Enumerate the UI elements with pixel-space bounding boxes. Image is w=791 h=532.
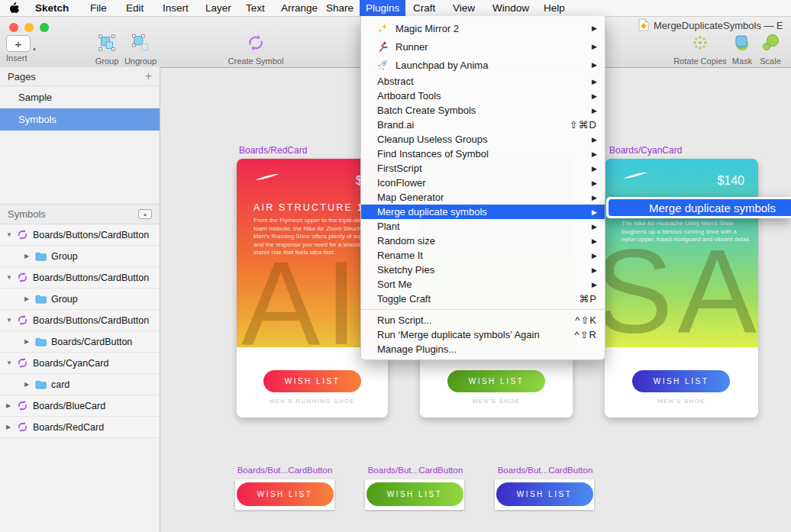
wish-list-button[interactable]: WISH LIST bbox=[263, 370, 361, 392]
submenu-arrow-icon: ▶ bbox=[592, 252, 597, 260]
menu-item-find-instances[interactable]: Find Instances of Symbol ▶ bbox=[361, 147, 605, 161]
close-window-button[interactable] bbox=[9, 23, 18, 32]
menu-item-map-generator[interactable]: Map Generator ▶ bbox=[361, 190, 605, 205]
create-symbol-button[interactable]: Create Symbol bbox=[221, 34, 290, 66]
green-card-caption: MEN'S SHOE bbox=[420, 398, 573, 405]
menu-text[interactable]: Text bbox=[246, 0, 265, 16]
artboard-label-redcard[interactable]: Boards/RedCard bbox=[239, 145, 307, 156]
menu-item-cleanup-useless-groups[interactable]: Cleanup Useless Groups ▶ bbox=[361, 132, 605, 147]
submenu-arrow-icon: ▶ bbox=[592, 24, 597, 32]
layer-row-group[interactable]: ▶ Group bbox=[0, 289, 160, 310]
layer-row-symbol[interactable]: ▶ Boards/BlueCard bbox=[0, 395, 160, 417]
menu-item-plant[interactable]: Plant ▶ bbox=[361, 219, 605, 234]
collapse-panel-icon[interactable]: ▲ bbox=[138, 209, 152, 219]
layer-row-group[interactable]: ▶ Boards/CardButton bbox=[0, 331, 160, 353]
minimize-window-button[interactable] bbox=[24, 23, 34, 32]
disclosure-closed-icon[interactable]: ▶ bbox=[6, 402, 15, 409]
menu-item-run-again[interactable]: Run ‘Merge duplicate symbols’ Again ^⇧R bbox=[361, 327, 605, 342]
artboard-label-cardbutton[interactable]: Boards/But...CardButton bbox=[362, 466, 469, 475]
layer-row-group[interactable]: ▶ card bbox=[0, 374, 160, 395]
cardbutton-artboard[interactable]: WISH LIST bbox=[495, 479, 594, 510]
wish-list-button[interactable]: WISH LIST bbox=[237, 482, 334, 506]
menu-item-launchpad[interactable]: Launchpad by Anima ▶ bbox=[361, 56, 605, 74]
menu-item-sketchy-pies[interactable]: Sketchy Pies ▶ bbox=[361, 263, 605, 277]
layer-row-symbol[interactable]: ▼ Boards/Buttons/CardButton bbox=[0, 267, 160, 289]
menu-sketch[interactable]: Sketch bbox=[35, 0, 69, 16]
submenu-arrow-icon: ▶ bbox=[592, 78, 597, 85]
disclosure-closed-icon[interactable]: ▶ bbox=[24, 338, 33, 345]
menu-item-firstscript[interactable]: FirstScript ▶ bbox=[361, 161, 605, 176]
menu-item-iconflower[interactable]: IconFlower ▶ bbox=[361, 176, 605, 190]
insert-button[interactable]: +▼ Insert bbox=[6, 35, 37, 63]
apple-icon[interactable] bbox=[9, 2, 20, 14]
menu-edit[interactable]: Edit bbox=[126, 0, 144, 16]
nike-swoosh-icon bbox=[256, 172, 280, 182]
submenu-arrow-icon: ▶ bbox=[592, 136, 597, 143]
ungroup-button[interactable]: Ungroup bbox=[121, 34, 160, 66]
wish-list-button[interactable]: WISH LIST bbox=[366, 482, 463, 506]
submenu-arrow-icon: ▶ bbox=[592, 107, 597, 114]
menu-item-merge-duplicate-symbols[interactable]: Merge duplicate symbols ▶ bbox=[361, 205, 605, 219]
menu-window[interactable]: Window bbox=[492, 0, 529, 16]
menu-item-random-size[interactable]: Random size ▶ bbox=[361, 234, 605, 248]
page-item-sample[interactable]: Sample bbox=[0, 86, 160, 108]
menu-item-abstract[interactable]: Abstract ▶ bbox=[361, 74, 605, 89]
layer-row-symbol[interactable]: ▼ Boards/Buttons/CardButton bbox=[0, 310, 160, 331]
disclosure-open-icon[interactable]: ▼ bbox=[6, 360, 15, 366]
scale-button[interactable]: Scale bbox=[756, 34, 785, 66]
page-item-symbols[interactable]: Symbols bbox=[0, 108, 160, 131]
group-icon bbox=[98, 34, 116, 52]
menu-arrange[interactable]: Arrange bbox=[281, 0, 318, 16]
create-symbol-icon bbox=[247, 34, 265, 52]
menu-share[interactable]: Share bbox=[326, 0, 354, 16]
menu-item-runner[interactable]: Runner ▶ bbox=[361, 37, 605, 56]
menu-item-run-script[interactable]: Run Script... ^⇧K bbox=[361, 313, 605, 327]
menu-item-toggle-craft[interactable]: Toggle Craft ⌘P bbox=[361, 292, 605, 306]
plus-icon: + bbox=[6, 35, 31, 52]
menu-item-magic-mirror[interactable]: Magic Mirror 2 ▶ bbox=[361, 19, 605, 37]
menu-help[interactable]: Help bbox=[544, 0, 565, 16]
wish-list-button[interactable]: WISH LIST bbox=[632, 370, 730, 392]
group-button[interactable]: Group bbox=[89, 34, 125, 66]
menu-item-sort-me[interactable]: Sort Me ▶ bbox=[361, 277, 605, 292]
add-page-button[interactable]: + bbox=[145, 70, 152, 82]
menu-item-rename-it[interactable]: Rename It ▶ bbox=[361, 248, 605, 263]
rotate-copies-button[interactable]: Rotate Copies bbox=[670, 34, 731, 66]
cyan-card-hero: SAR $140 The Nike Air Huarache Utility M… bbox=[605, 159, 758, 347]
menu-item-batch-create-symbols[interactable]: Batch Create Symbols ▶ bbox=[361, 103, 605, 118]
artboard-label-cyancard[interactable]: Boards/CyanCard bbox=[609, 145, 682, 156]
submenu-arrow-icon: ▶ bbox=[592, 237, 597, 245]
menu-item-manage-plugins[interactable]: Manage Plugins... bbox=[361, 342, 605, 356]
disclosure-open-icon[interactable]: ▼ bbox=[6, 231, 15, 238]
artboard-label-cardbutton[interactable]: Boards/But...CardButton bbox=[231, 466, 338, 475]
layer-row-symbol[interactable]: ▼ Boards/Buttons/CardButton bbox=[0, 224, 160, 246]
menu-file[interactable]: File bbox=[90, 0, 107, 16]
layer-row-symbol[interactable]: ▶ Boards/RedCard bbox=[0, 417, 160, 438]
menu-insert[interactable]: Insert bbox=[163, 0, 189, 16]
layer-row-symbol[interactable]: ▼ Boards/CyanCard bbox=[0, 353, 160, 374]
disclosure-open-icon[interactable]: ▼ bbox=[6, 317, 15, 324]
submenu-arrow-icon: ▶ bbox=[592, 43, 597, 50]
menu-item-artboard-tools[interactable]: Artboard Tools ▶ bbox=[361, 89, 605, 103]
disclosure-closed-icon[interactable]: ▶ bbox=[6, 424, 15, 430]
menu-layer[interactable]: Layer bbox=[205, 0, 231, 16]
menu-view[interactable]: View bbox=[453, 0, 475, 16]
disclosure-closed-icon[interactable]: ▶ bbox=[24, 381, 33, 388]
sidebar: Pages + Sample Symbols Symbols ▲ ▼ Board… bbox=[0, 67, 160, 532]
artboard-label-cardbutton[interactable]: Boards/But...CardButton bbox=[492, 466, 599, 475]
submenu-item-merge-duplicate-symbols[interactable]: Merge duplicate symbols bbox=[609, 199, 791, 216]
disclosure-closed-icon[interactable]: ▶ bbox=[24, 295, 33, 302]
mask-button[interactable]: Mask bbox=[728, 34, 757, 66]
wish-list-button[interactable]: WISH LIST bbox=[447, 370, 545, 392]
wish-list-button[interactable]: WISH LIST bbox=[496, 482, 593, 506]
menu-plugins[interactable]: Plugins bbox=[360, 0, 405, 16]
zoom-window-button[interactable] bbox=[40, 23, 49, 32]
window-title: MergeDuplicateSymbols — E bbox=[654, 20, 783, 31]
disclosure-open-icon[interactable]: ▼ bbox=[6, 274, 15, 281]
layer-row-group[interactable]: ▶ Group bbox=[0, 246, 160, 267]
cardbutton-artboard[interactable]: WISH LIST bbox=[235, 479, 334, 510]
disclosure-closed-icon[interactable]: ▶ bbox=[24, 253, 33, 260]
menu-item-brand-ai[interactable]: Brand.ai ⇧⌘D bbox=[361, 118, 605, 132]
cardbutton-artboard[interactable]: WISH LIST bbox=[365, 479, 464, 510]
menu-craft[interactable]: Craft bbox=[413, 0, 435, 16]
